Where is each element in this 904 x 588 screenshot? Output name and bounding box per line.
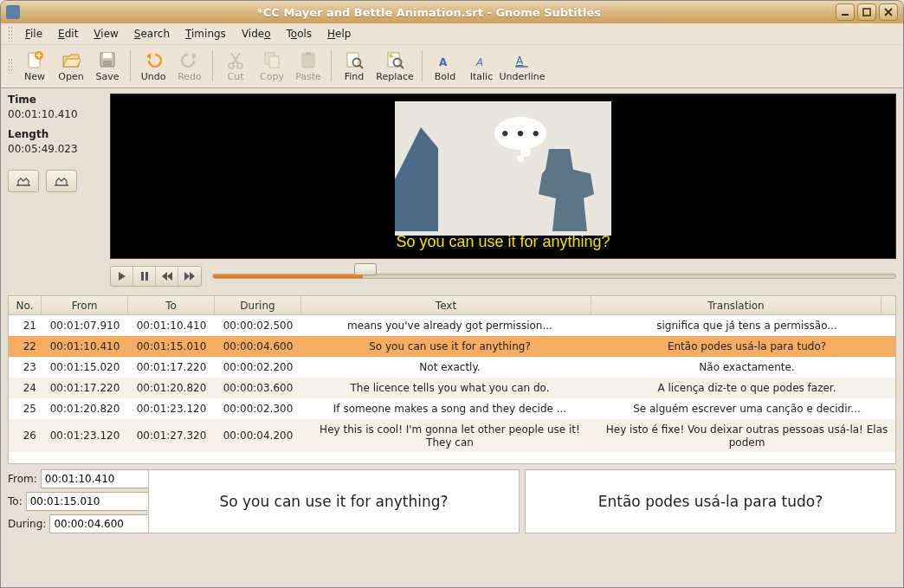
video-info-panel: Time 00:01:10.410 Length 00:05:49.023 xyxy=(8,94,103,288)
cell-during: 00:00:02.200 xyxy=(215,359,301,376)
cut-icon xyxy=(225,49,246,70)
cell-to: 00:01:17.220 xyxy=(128,359,215,376)
seek-slider[interactable] xyxy=(212,268,896,285)
separator xyxy=(212,50,213,81)
seek-thumb-icon[interactable] xyxy=(354,263,377,275)
playback-controls xyxy=(110,264,896,288)
minimize-button[interactable] xyxy=(836,3,855,21)
col-translation[interactable]: Translation xyxy=(591,296,881,314)
cell-no: 25 xyxy=(9,400,42,417)
menu-file[interactable]: File xyxy=(18,25,49,42)
cell-during: 00:00:02.300 xyxy=(215,400,301,417)
svg-rect-11 xyxy=(302,54,314,68)
open-icon xyxy=(61,49,81,70)
italic-button[interactable]: AItalic xyxy=(463,46,500,86)
forward-button[interactable] xyxy=(178,267,201,286)
save-button[interactable]: Save xyxy=(89,46,126,86)
cell-during: 00:00:03.600 xyxy=(215,379,301,397)
svg-point-7 xyxy=(229,63,234,68)
cell-from: 00:01:10.410 xyxy=(42,338,128,355)
new-button[interactable]: New xyxy=(16,46,53,86)
menu-tools[interactable]: Tools xyxy=(280,25,320,42)
edit-to-label: To: xyxy=(8,495,23,507)
cell-from: 00:01:15.020 xyxy=(42,359,128,376)
maximize-button[interactable] xyxy=(857,3,876,21)
menu-video[interactable]: Video xyxy=(235,25,278,42)
cell-translation: Hey isto é fixe! Vou deixar outras pesso… xyxy=(598,420,895,452)
menu-help[interactable]: Help xyxy=(320,25,358,42)
copy-icon xyxy=(262,49,282,70)
underline-icon: A xyxy=(512,49,533,70)
col-no[interactable]: No. xyxy=(9,296,42,314)
svg-text:A: A xyxy=(516,55,524,67)
separator xyxy=(331,50,332,81)
time-value: 00:01:10.410 xyxy=(8,108,103,120)
video-preview[interactable]: • • • So you can use it for anything? xyxy=(110,94,896,259)
cell-text: So you can use it for anything? xyxy=(301,338,598,355)
to-input[interactable] xyxy=(27,493,164,510)
col-to[interactable]: To xyxy=(128,296,215,314)
rewind-button[interactable] xyxy=(156,267,178,286)
copy-button[interactable]: Copy xyxy=(254,46,290,86)
menu-view[interactable]: View xyxy=(87,25,125,42)
separator xyxy=(130,50,131,81)
cell-from: 00:01:20.820 xyxy=(42,400,128,417)
play-button[interactable] xyxy=(111,267,133,286)
open-button[interactable]: Open xyxy=(53,46,89,86)
cell-to: 00:01:27.320 xyxy=(128,426,215,445)
table-row[interactable]: 2500:01:20.82000:01:23.12000:00:02.300If… xyxy=(9,398,895,419)
underline-button[interactable]: AUnderline xyxy=(500,46,545,86)
cell-text: means you've already got permission... xyxy=(301,317,598,334)
svg-rect-1 xyxy=(863,9,870,16)
find-button[interactable]: Find xyxy=(336,46,372,86)
menu-search[interactable]: Search xyxy=(127,25,177,42)
edit-from-label: From: xyxy=(8,473,37,485)
table-row[interactable]: 2200:01:10.41000:01:15.01000:00:04.600So… xyxy=(9,336,895,357)
table-header: No. From To During Text Translation xyxy=(9,296,895,315)
cell-to: 00:01:20.820 xyxy=(128,379,215,397)
cell-from: 00:01:17.220 xyxy=(42,379,128,397)
table-row[interactable]: 2400:01:17.22000:01:20.82000:00:03.600Th… xyxy=(9,378,895,398)
video-subtitle-overlay: So you can use it for anything? xyxy=(111,233,895,251)
close-button[interactable] xyxy=(879,3,898,21)
svg-rect-12 xyxy=(306,52,311,55)
cell-to: 00:01:15.010 xyxy=(128,338,215,355)
paste-button[interactable]: Paste xyxy=(290,46,326,86)
length-value: 00:05:49.023 xyxy=(8,143,103,155)
drag-handle-icon[interactable] xyxy=(8,58,13,74)
table-row[interactable]: 2100:01:07.91000:01:10.41000:00:02.500me… xyxy=(9,315,895,336)
cell-from: 00:01:07.910 xyxy=(42,317,128,334)
col-from[interactable]: From xyxy=(42,296,128,314)
col-during[interactable]: During xyxy=(215,296,301,314)
replace-button[interactable]: Replace xyxy=(372,46,417,86)
app-icon xyxy=(6,5,20,19)
cell-text: The licence tells you what you can do. xyxy=(301,379,598,397)
set-end-button[interactable] xyxy=(46,170,77,192)
bold-icon: A xyxy=(435,49,455,70)
cell-no: 21 xyxy=(9,317,42,334)
translation-edit-field[interactable]: Então podes usá-la para tudo? xyxy=(525,469,896,533)
text-edit-field[interactable]: So you can use it for anything? xyxy=(148,469,520,533)
time-label: Time xyxy=(8,94,103,106)
undo-icon xyxy=(143,49,164,70)
svg-rect-5 xyxy=(103,53,112,58)
svg-rect-0 xyxy=(842,14,849,16)
col-text[interactable]: Text xyxy=(301,296,591,314)
undo-button[interactable]: Undo xyxy=(135,46,171,86)
separator xyxy=(422,50,423,81)
drag-handle-icon[interactable] xyxy=(8,26,13,42)
cell-translation: Não exactamente. xyxy=(598,359,895,376)
edit-panel: From: To: During: So you can use it for … xyxy=(8,469,896,533)
set-start-button[interactable] xyxy=(8,170,39,192)
menu-edit[interactable]: Edit xyxy=(51,25,85,42)
table-row[interactable]: 2300:01:15.02000:01:17.22000:00:02.200No… xyxy=(9,357,895,378)
video-frame-image: • • • xyxy=(395,101,611,236)
cell-during: 00:00:04.200 xyxy=(215,426,301,445)
menu-timings[interactable]: Timings xyxy=(178,25,233,42)
table-row[interactable]: 2600:01:23.12000:01:27.32000:00:04.200He… xyxy=(9,419,895,452)
redo-button[interactable]: Redo xyxy=(171,46,208,86)
table-body[interactable]: 2100:01:07.91000:01:10.41000:00:02.500me… xyxy=(9,315,895,463)
cut-button[interactable]: Cut xyxy=(217,46,254,86)
pause-button[interactable] xyxy=(133,267,156,286)
bold-button[interactable]: ABold xyxy=(427,46,463,86)
